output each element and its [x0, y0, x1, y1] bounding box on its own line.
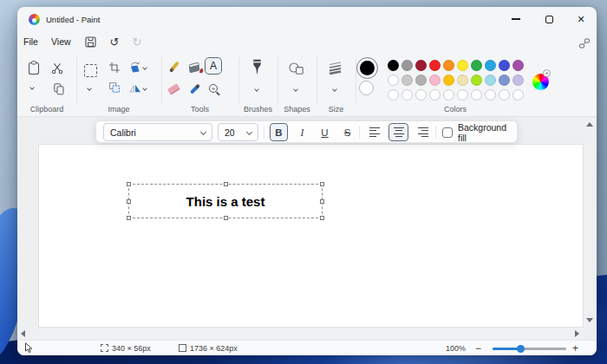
- palette-color-swatch[interactable]: [388, 60, 399, 71]
- color1-swatch[interactable]: [356, 57, 378, 79]
- title-bar[interactable]: Untitled - Paint ✕: [17, 7, 597, 31]
- background-fill-checkbox[interactable]: [442, 123, 453, 141]
- canvas-text[interactable]: This is a test: [186, 194, 265, 209]
- palette-color-swatch[interactable]: [443, 75, 454, 86]
- paste-icon: [28, 61, 40, 75]
- maximize-button[interactable]: [532, 7, 565, 31]
- magnifier-tool-button[interactable]: +: [207, 82, 219, 94]
- minimize-button[interactable]: [499, 7, 532, 31]
- chevron-down-icon: [200, 129, 206, 135]
- palette-color-swatch[interactable]: [388, 75, 399, 86]
- palette-color-swatch[interactable]: [485, 60, 496, 71]
- size-button[interactable]: [327, 62, 343, 75]
- paste-dropdown-chevron[interactable]: [30, 86, 34, 89]
- align-center-button[interactable]: [388, 123, 408, 141]
- palette-color-swatch[interactable]: [499, 75, 510, 86]
- horizontal-scrollbar[interactable]: [17, 328, 583, 340]
- palette-color-swatch[interactable]: [443, 60, 454, 71]
- canvas-size-status: 1736 × 624px: [179, 341, 238, 355]
- cut-button[interactable]: [51, 62, 63, 75]
- resize-handle-w[interactable]: [127, 199, 131, 204]
- palette-empty-slot[interactable]: [401, 89, 413, 101]
- palette-color-swatch[interactable]: [471, 60, 482, 71]
- crop-button[interactable]: [109, 62, 120, 73]
- flip-button[interactable]: [129, 84, 141, 93]
- zoom-slider[interactable]: [493, 348, 566, 350]
- close-button[interactable]: ✕: [565, 7, 597, 31]
- palette-color-swatch[interactable]: [485, 75, 496, 86]
- resize-handle-se[interactable]: [320, 216, 324, 220]
- select-dropdown-chevron[interactable]: [88, 87, 91, 90]
- paste-button[interactable]: [28, 61, 40, 75]
- resize-handle-e[interactable]: [320, 199, 324, 204]
- palette-color-swatch[interactable]: [512, 60, 524, 71]
- zoom-in-button[interactable]: +: [572, 341, 578, 355]
- underline-button[interactable]: U: [316, 123, 334, 141]
- rotate-button[interactable]: [129, 62, 141, 73]
- resize-handle-nw[interactable]: [127, 182, 131, 186]
- eraser-tool-button[interactable]: [166, 83, 181, 95]
- align-right-button[interactable]: [414, 123, 432, 141]
- scroll-right-icon[interactable]: [575, 330, 579, 337]
- palette-empty-slot[interactable]: [415, 89, 427, 101]
- resize-handle-n[interactable]: [224, 182, 228, 186]
- flip-dropdown-chevron[interactable]: [143, 87, 147, 90]
- palette-color-swatch[interactable]: [401, 75, 413, 86]
- resize-handle-s[interactable]: [224, 216, 228, 220]
- palette-color-swatch[interactable]: [415, 75, 427, 86]
- palette-empty-slot[interactable]: [512, 89, 524, 101]
- zoom-slider-thumb[interactable]: [517, 345, 525, 353]
- fill-tool-button[interactable]: [187, 61, 201, 75]
- palette-color-swatch[interactable]: [457, 60, 468, 71]
- color2-swatch[interactable]: [359, 81, 374, 95]
- palette-color-swatch[interactable]: [429, 75, 441, 86]
- redo-button[interactable]: ↻: [128, 34, 146, 49]
- scroll-left-icon[interactable]: [21, 330, 25, 337]
- text-selection-box[interactable]: This is a test: [128, 184, 323, 218]
- scroll-up-icon[interactable]: [586, 122, 593, 127]
- zoom-out-button[interactable]: −: [475, 341, 481, 355]
- font-size-select[interactable]: 20: [218, 123, 258, 141]
- pencil-tool-button[interactable]: [168, 60, 180, 74]
- strikethrough-button[interactable]: S: [338, 123, 356, 141]
- align-left-button[interactable]: [366, 123, 384, 141]
- resize-button[interactable]: [109, 82, 120, 93]
- save-button[interactable]: [82, 34, 99, 49]
- palette-color-swatch[interactable]: [457, 75, 468, 86]
- palette-empty-slot[interactable]: [471, 89, 482, 101]
- undo-button[interactable]: ↺: [106, 34, 123, 49]
- palette-color-swatch[interactable]: [499, 60, 510, 71]
- select-tool-button[interactable]: [84, 64, 97, 77]
- brushes-button[interactable]: [251, 59, 263, 75]
- menu-file[interactable]: File: [18, 35, 43, 49]
- palette-color-swatch[interactable]: [401, 60, 413, 71]
- brushes-dropdown-chevron[interactable]: [255, 88, 258, 91]
- palette-empty-slot[interactable]: [485, 89, 496, 101]
- palette-empty-slot[interactable]: [388, 89, 399, 101]
- scroll-down-icon[interactable]: [586, 318, 593, 322]
- rotate-dropdown-chevron[interactable]: [143, 66, 147, 69]
- settings-button[interactable]: [576, 36, 593, 51]
- italic-button[interactable]: I: [293, 123, 311, 141]
- palette-empty-slot[interactable]: [429, 89, 441, 101]
- text-tool-button[interactable]: A: [205, 57, 222, 75]
- resize-handle-ne[interactable]: [320, 182, 324, 186]
- palette-empty-slot[interactable]: [457, 89, 468, 101]
- size-dropdown-chevron[interactable]: [333, 88, 336, 91]
- palette-color-swatch[interactable]: [415, 60, 427, 71]
- shapes-dropdown-chevron[interactable]: [294, 88, 297, 91]
- vertical-scrollbar[interactable]: [584, 117, 597, 328]
- palette-color-swatch[interactable]: [429, 60, 441, 71]
- shapes-button[interactable]: [289, 62, 304, 75]
- copy-button[interactable]: [54, 83, 64, 95]
- font-family-select[interactable]: Calibri: [103, 123, 212, 141]
- drawing-canvas[interactable]: This is a test: [39, 145, 583, 327]
- resize-handle-sw[interactable]: [127, 216, 131, 220]
- palette-color-swatch[interactable]: [512, 75, 524, 86]
- palette-color-swatch[interactable]: [471, 75, 482, 86]
- menu-view[interactable]: View: [46, 35, 76, 49]
- bold-button[interactable]: B: [270, 123, 288, 141]
- palette-empty-slot[interactable]: [499, 89, 510, 101]
- palette-empty-slot[interactable]: [443, 89, 454, 101]
- color-picker-button[interactable]: [189, 81, 201, 95]
